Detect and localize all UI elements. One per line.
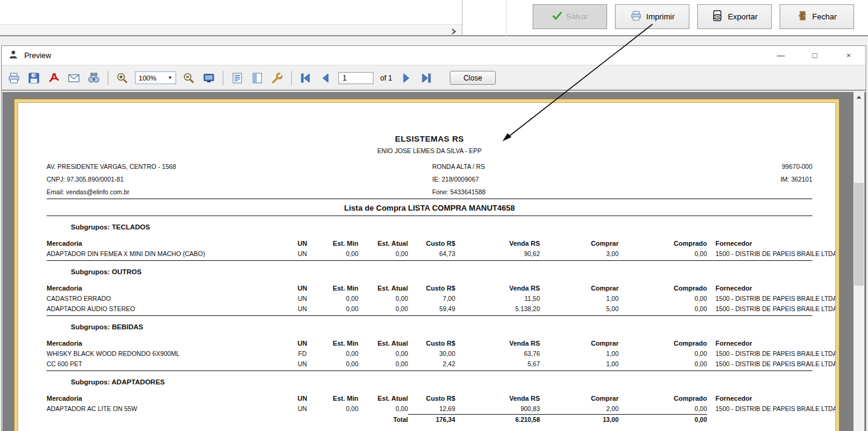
last-page-button[interactable]: [419, 71, 433, 85]
exportar-button[interactable]: CSV Exportar: [697, 4, 772, 29]
company-cep: 99670-000: [782, 163, 812, 170]
preview-toolbar: 100% ▼: [2, 66, 866, 91]
report-sections: Subgrupos: TECLADOSMercadoriaUNEst. MinE…: [47, 223, 812, 424]
print-icon[interactable]: [7, 71, 21, 85]
imprimir-button[interactable]: Imprimir: [615, 4, 689, 29]
preview-titlebar[interactable]: Preview — □ ×: [2, 46, 866, 65]
preview-window: Preview — □ ×: [1, 45, 866, 431]
next-page-button[interactable]: [399, 71, 413, 85]
column-header: Est. Atual: [358, 285, 408, 292]
page-number-input[interactable]: [338, 72, 373, 84]
salvar-button[interactable]: Salvar: [533, 4, 607, 29]
cell: 0,00: [316, 250, 358, 257]
column-header: UN: [289, 340, 316, 347]
header-divider: [47, 199, 812, 199]
table-row: WHISKY BLACK WOOD REDONDO 6X900MLFD0,000…: [47, 348, 812, 358]
cell: 5,67: [455, 360, 540, 367]
cell: 1500 - DISTRIB DE PAPEIS BRAILE LTDA: [707, 360, 836, 367]
cell: 1500 - DISTRIB DE PAPEIS BRAILE LTDA: [707, 305, 836, 312]
cell: 0,00: [619, 414, 707, 424]
toolbar-separator: [291, 71, 292, 85]
screen: Salvar Imprimir CSV Exportar Fechar: [0, 0, 868, 431]
cell: ADAPTADOR DIN FEMEA X MINI DIN MACHO (CA…: [47, 250, 289, 257]
cell: 64,73: [408, 250, 455, 257]
cell: 59,49: [408, 305, 455, 312]
column-header: UN: [289, 240, 316, 247]
printer-icon: [630, 10, 642, 24]
close-window-button[interactable]: ×: [832, 46, 866, 65]
cell: CC 600 PET: [47, 360, 289, 367]
cell: 0,00: [358, 295, 408, 302]
first-page-button[interactable]: [298, 71, 313, 85]
zoom-out-icon[interactable]: [182, 71, 196, 85]
toolbar-separator: [223, 71, 223, 85]
cell: 176,34: [408, 414, 455, 424]
panel-divider: [462, 0, 462, 36]
cell: UN: [289, 405, 316, 412]
thumbnails-view-icon[interactable]: [250, 71, 265, 85]
cell: 0,00: [358, 350, 408, 357]
cell: 30,00: [408, 350, 455, 357]
cell: 63,76: [455, 350, 540, 357]
email-icon[interactable]: [67, 71, 81, 85]
chevron-down-icon: ▼: [168, 75, 173, 81]
fechar-label: Fechar: [812, 12, 837, 21]
person-icon: [8, 49, 19, 62]
cell: ADAPTADOR AUDIO STEREO: [47, 305, 289, 312]
table-header-row: MercadoriaUNEst. MinEst. AtualCusto R$Ve…: [47, 393, 812, 403]
vertical-scrollbar[interactable]: [853, 92, 864, 431]
csv-file-icon: CSV: [711, 10, 723, 24]
page-count-label: of 1: [379, 74, 393, 82]
column-header: Custo R$: [408, 340, 455, 347]
cell: WHISKY BLACK WOOD REDONDO 6X900ML: [47, 350, 289, 357]
table-header-row: MercadoriaUNEst. MinEst. AtualCusto R$Ve…: [47, 338, 812, 348]
company-im: IM: 362101: [780, 176, 812, 183]
cell: 1500 - DISTRIB DE PAPEIS BRAILE LTDA: [707, 350, 836, 357]
previous-page-button[interactable]: [318, 71, 333, 85]
table-header-row: MercadoriaUNEst. MinEst. AtualCusto R$Ve…: [47, 283, 812, 293]
save-icon[interactable]: [27, 71, 41, 85]
company-ie: IE: 218/0009067: [432, 176, 479, 183]
column-header: Comprado: [619, 240, 707, 247]
scrollbar-thumb[interactable]: [854, 183, 864, 286]
minimize-button[interactable]: —: [764, 46, 798, 65]
column-header: Fornecedor: [707, 395, 812, 402]
page-setup-icon[interactable]: [270, 71, 284, 85]
zoom-level-combo[interactable]: 100% ▼: [135, 71, 176, 84]
cell: 900,83: [455, 405, 540, 412]
column-header: Comprado: [619, 285, 707, 292]
table-header-row: MercadoriaUNEst. MinEst. AtualCusto R$Ve…: [47, 239, 812, 248]
cell: 3,00: [540, 250, 619, 257]
fechar-button[interactable]: Fechar: [780, 4, 854, 29]
close-preview-button[interactable]: Close: [450, 71, 496, 85]
cell: 0,00: [358, 305, 408, 312]
company-cnpj: CNPJ: 97.305.890/0001-81: [47, 176, 123, 183]
cell: 1,00: [540, 360, 619, 367]
cell: UN: [289, 250, 316, 257]
cell: 12,69: [408, 405, 455, 412]
cell: 90,62: [455, 250, 540, 257]
preview-title: Preview: [24, 51, 51, 60]
zoom-level-value: 100%: [139, 74, 156, 82]
cell: 0,00: [358, 360, 408, 367]
scroll-up-icon[interactable]: [853, 92, 864, 102]
column-header: Comprado: [619, 395, 707, 402]
cell: 6.210,58: [455, 414, 540, 424]
title-divider: [47, 216, 812, 216]
column-header: Venda RS: [455, 240, 540, 247]
find-icon[interactable]: [87, 71, 101, 85]
chevron-right-icon[interactable]: [450, 27, 457, 34]
panel-divider-2: [506, 0, 507, 36]
column-header: Custo R$: [408, 395, 455, 402]
zoom-in-icon[interactable]: [115, 71, 130, 85]
outline-view-icon[interactable]: [230, 71, 245, 85]
column-header: Fornecedor: [707, 340, 812, 347]
horizontal-scrollbar[interactable]: [0, 24, 462, 35]
maximize-button[interactable]: □: [798, 46, 832, 65]
pdf-icon[interactable]: [47, 71, 61, 85]
cell: 0,00: [316, 350, 358, 357]
report-header-info: AV. PRESIDENTE VARGAS, CENTRO - 1568 RON…: [47, 160, 812, 199]
full-screen-icon[interactable]: [202, 71, 216, 85]
report-company-name: ELSISTEMAS RS: [47, 134, 812, 144]
column-header: Mercadoria: [47, 340, 289, 347]
